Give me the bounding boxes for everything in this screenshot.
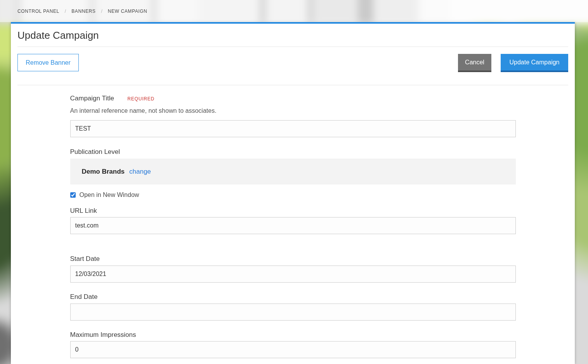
publication-level-value: Demo Brands: [82, 168, 125, 176]
page-title: Update Campaign: [17, 24, 568, 47]
start-date-field: Start Date: [70, 255, 516, 283]
breadcrumb-separator: /: [101, 9, 102, 14]
toolbar-divider: [17, 85, 568, 85]
campaign-title-field: Campaign Title REQUIRED An internal refe…: [70, 94, 516, 137]
end-date-field: End Date: [70, 293, 516, 321]
url-link-field: URL Link: [70, 207, 516, 234]
main-panel: Update Campaign Remove Banner Cancel Upd…: [11, 22, 575, 364]
open-new-window-field: Open in New Window: [70, 191, 516, 198]
max-impressions-input[interactable]: [70, 341, 516, 358]
max-impressions-field: Maximum Impressions: [70, 331, 516, 358]
change-publication-link[interactable]: change: [129, 168, 151, 176]
remove-banner-button[interactable]: Remove Banner: [17, 54, 79, 71]
campaign-form: Campaign Title REQUIRED An internal refe…: [70, 94, 516, 358]
start-date-input[interactable]: [70, 266, 516, 283]
breadcrumb-item-banners[interactable]: BANNERS: [71, 9, 95, 14]
url-link-input[interactable]: [70, 217, 516, 234]
campaign-title-input[interactable]: [70, 120, 516, 137]
cancel-button[interactable]: Cancel: [458, 54, 491, 72]
end-date-input[interactable]: [70, 304, 516, 321]
action-toolbar: Remove Banner Cancel Update Campaign: [17, 54, 568, 72]
header-divider: [17, 47, 568, 47]
publication-level-field: Publication Level Demo Brands change: [70, 148, 516, 185]
breadcrumb: CONTROL PANEL / BANNERS / NEW CAMPAIGN: [17, 9, 147, 14]
breadcrumb-bar: CONTROL PANEL / BANNERS / NEW CAMPAIGN: [0, 0, 588, 22]
start-date-label: Start Date: [70, 255, 516, 263]
breadcrumb-item-new-campaign[interactable]: NEW CAMPAIGN: [108, 9, 147, 14]
url-link-label: URL Link: [70, 207, 516, 215]
open-new-window-checkbox[interactable]: [70, 192, 76, 198]
campaign-title-help: An internal reference name, not shown to…: [70, 107, 516, 114]
end-date-label: End Date: [70, 293, 516, 301]
update-campaign-button[interactable]: Update Campaign: [501, 54, 568, 72]
breadcrumb-separator: /: [65, 9, 66, 14]
breadcrumb-item-control-panel[interactable]: CONTROL PANEL: [17, 9, 59, 14]
open-new-window-label[interactable]: Open in New Window: [80, 191, 139, 198]
toolbar-right-group: Cancel Update Campaign: [458, 54, 568, 72]
required-badge: REQUIRED: [127, 96, 154, 102]
publication-level-label: Publication Level: [70, 148, 516, 156]
max-impressions-label: Maximum Impressions: [70, 331, 516, 339]
campaign-title-label: Campaign Title: [70, 95, 114, 102]
publication-level-box: Demo Brands change: [70, 159, 516, 185]
